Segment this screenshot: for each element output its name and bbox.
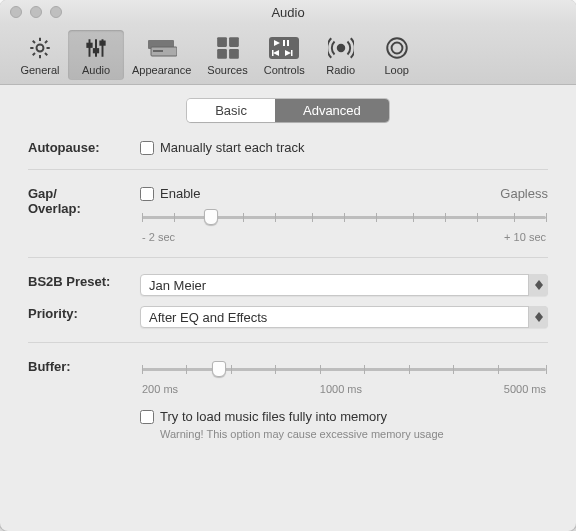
prefs-toolbar: General Audio Appearance Sources Control…	[0, 24, 576, 85]
svg-rect-18	[291, 50, 293, 56]
gear-icon	[27, 35, 53, 61]
gapless-label: Gapless	[500, 186, 548, 201]
loop-icon	[384, 35, 410, 61]
window-title: Audio	[0, 5, 576, 20]
bs2b-value: Jan Meier	[149, 278, 206, 293]
buffer-mid-label: 1000 ms	[178, 383, 504, 395]
svg-rect-6	[153, 50, 163, 52]
autopause-checkbox[interactable]	[140, 141, 154, 155]
toolbar-item-sources[interactable]: Sources	[199, 30, 255, 80]
gap-max-label: + 10 sec	[504, 231, 546, 243]
buffer-slider[interactable]	[142, 359, 546, 379]
svg-rect-3	[100, 42, 104, 45]
svg-rect-14	[287, 40, 289, 46]
content-area: Basic Advanced Autopause: Manually start…	[0, 85, 576, 476]
subtab-segmented: Basic Advanced	[28, 99, 548, 122]
svg-point-20	[387, 38, 407, 58]
playback-controls-icon	[269, 37, 299, 59]
memory-checkbox[interactable]	[140, 410, 154, 424]
autopause-checkbox-row[interactable]: Manually start each track	[140, 140, 548, 155]
buffer-slider-thumb[interactable]	[212, 361, 226, 377]
gap-slider[interactable]	[142, 207, 546, 227]
priority-value: After EQ and Effects	[149, 310, 267, 325]
divider	[28, 169, 548, 170]
divider	[28, 257, 548, 258]
memory-checkbox-label: Try to load music files fully into memor…	[160, 409, 387, 424]
preferences-window: Audio General Audio Appearance Sources	[0, 0, 576, 531]
bs2b-select[interactable]: Jan Meier	[140, 274, 548, 296]
gap-label: Gap/ Overlap:	[28, 186, 140, 216]
select-stepper-icon	[528, 274, 548, 296]
memory-checkbox-row[interactable]: Try to load music files fully into memor…	[140, 409, 548, 424]
priority-select[interactable]: After EQ and Effects	[140, 306, 548, 328]
gap-slider-thumb[interactable]	[204, 209, 218, 225]
svg-point-21	[391, 43, 402, 54]
gap-enable-label: Enable	[160, 186, 200, 201]
priority-label: Priority:	[28, 306, 140, 321]
svg-rect-1	[87, 44, 91, 47]
radio-icon	[328, 35, 354, 61]
svg-rect-13	[283, 40, 285, 46]
toolbar-item-general[interactable]: General	[12, 30, 68, 80]
svg-rect-16	[272, 50, 274, 56]
toolbar-item-controls[interactable]: Controls	[256, 30, 313, 80]
appearance-icon	[147, 37, 177, 59]
bs2b-label: BS2B Preset:	[28, 274, 140, 289]
toolbar-item-radio[interactable]: Radio	[313, 30, 369, 80]
svg-rect-7	[217, 37, 227, 47]
tab-advanced[interactable]: Advanced	[275, 99, 389, 122]
gap-enable-row[interactable]: Enable	[140, 186, 200, 201]
buffer-label: Buffer:	[28, 359, 140, 374]
select-stepper-icon	[528, 306, 548, 328]
svg-point-0	[37, 45, 44, 52]
svg-rect-2	[94, 49, 98, 52]
svg-point-19	[337, 45, 344, 52]
memory-warning: Warning! This option may cause excessive…	[160, 428, 548, 440]
toolbar-item-audio[interactable]: Audio	[68, 30, 124, 80]
gap-enable-checkbox[interactable]	[140, 187, 154, 201]
svg-rect-8	[229, 37, 239, 47]
autopause-label: Autopause:	[28, 140, 140, 155]
tab-basic[interactable]: Basic	[187, 99, 275, 122]
toolbar-item-appearance[interactable]: Appearance	[124, 30, 199, 80]
titlebar: Audio	[0, 0, 576, 24]
puzzle-icon	[215, 35, 241, 61]
sliders-icon	[83, 35, 109, 61]
svg-rect-9	[217, 49, 227, 59]
svg-rect-10	[229, 49, 239, 59]
autopause-checkbox-label: Manually start each track	[160, 140, 305, 155]
toolbar-item-loop[interactable]: Loop	[369, 30, 425, 80]
buffer-min-label: 200 ms	[142, 383, 178, 395]
divider	[28, 342, 548, 343]
gap-min-label: - 2 sec	[142, 231, 175, 243]
buffer-max-label: 5000 ms	[504, 383, 546, 395]
